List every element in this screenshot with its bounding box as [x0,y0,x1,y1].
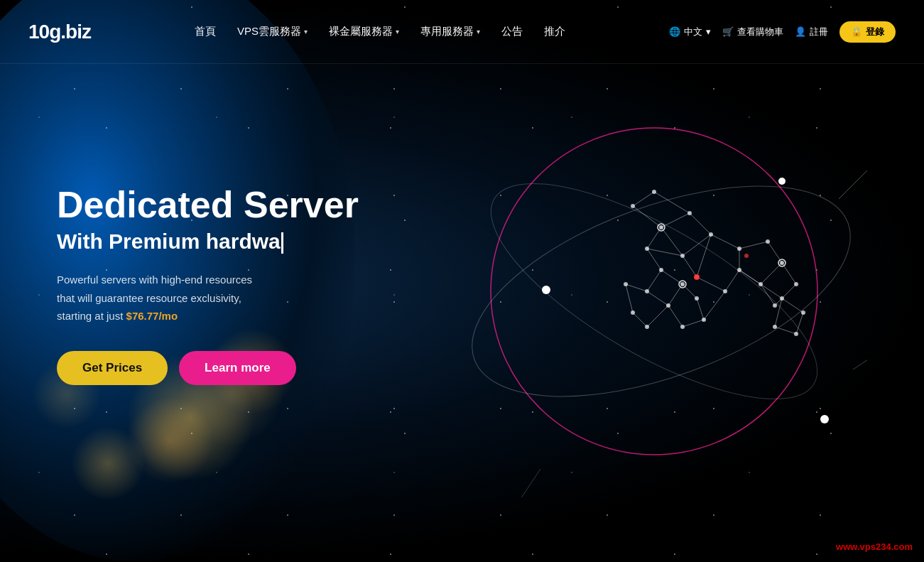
svg-point-79 [820,415,829,423]
login-label: 登錄 [866,26,884,38]
svg-line-40 [704,291,725,320]
globe-visualization [441,71,867,497]
hero-title: Dedicated Server [57,185,359,225]
cart-label: 查看購物車 [737,26,783,38]
svg-line-10 [633,192,654,206]
svg-point-58 [794,282,798,286]
learn-more-button[interactable]: Learn more [179,351,296,385]
nav-item-bare-metal[interactable]: 裸金屬服務器 ▾ [329,25,399,38]
svg-line-27 [647,291,668,306]
svg-point-67 [780,296,784,301]
get-prices-button[interactable]: Get Prices [57,351,168,385]
nav-item-dedicated[interactable]: 專用服務器 ▾ [420,25,480,38]
svg-point-74 [645,325,649,329]
svg-line-17 [761,263,782,284]
nav-dedicated-label: 專用服務器 [420,25,474,38]
navbar: 10g.biz 首頁 VPS雲服務器 ▾ 裸金屬服務器 ▾ 專用服務器 ▾ 公告… [0,0,924,64]
hero-desc-line1: Powerful servers with high-end resources [57,274,252,286]
nav-announcement-label: 公告 [501,25,523,38]
nav-referral-label: 推介 [544,25,565,38]
svg-line-7 [661,227,683,256]
cart-icon: 🛒 [722,26,734,37]
svg-line-14 [711,234,739,249]
hero-description: Powerful servers with high-end resources… [57,271,359,325]
hero-desc-line2: that will guarantee resource exclusivity… [57,292,241,304]
svg-point-56 [759,282,763,286]
svg-point-63 [645,289,649,293]
svg-line-41 [626,284,647,291]
svg-point-54 [766,239,770,244]
svg-line-35 [796,313,803,334]
user-icon: 👤 [795,26,806,37]
globe-icon: 🌐 [669,26,680,37]
svg-point-53 [737,247,741,251]
svg-line-34 [782,298,803,313]
svg-point-60 [659,268,663,272]
svg-line-31 [683,320,704,327]
nav-vps-label: VPS雲服務器 [237,25,301,38]
nav-item-vps[interactable]: VPS雲服務器 ▾ [237,25,308,38]
lock-icon: 🔒 [851,26,862,37]
lang-chevron: ▾ [706,26,711,37]
hero-content: Dedicated Server With Premium hardwa Pow… [57,185,359,385]
svg-point-50 [680,254,685,258]
svg-point-55 [780,261,784,265]
cursor [281,232,283,254]
hero-subtitle: With Premium hardwa [57,229,359,254]
svg-point-82 [744,254,749,258]
svg-line-29 [683,284,697,298]
language-label: 中文 [684,26,702,38]
hero-desc-line3: starting at just [57,310,126,322]
svg-point-62 [666,303,670,308]
svg-point-80 [778,178,786,185]
svg-line-32 [668,306,683,327]
svg-point-52 [645,247,649,251]
hero-price: $76.77/mo [126,310,178,322]
svg-line-36 [775,327,796,334]
svg-point-65 [702,318,706,322]
svg-line-15 [739,242,768,249]
svg-line-28 [647,270,661,291]
svg-line-3 [633,206,661,227]
svg-point-73 [631,310,635,315]
svg-point-61 [680,282,685,286]
svg-point-57 [737,268,741,272]
svg-line-39 [725,270,739,291]
svg-line-6 [683,234,711,256]
login-button[interactable]: 🔒 登錄 [839,21,896,43]
svg-line-13 [647,249,683,256]
svg-line-85 [853,341,867,369]
nav-home-label: 首頁 [195,25,216,38]
register-label: 註冊 [810,26,828,38]
nav-item-home[interactable]: 首頁 [195,25,216,38]
svg-line-84 [512,469,540,497]
svg-point-78 [542,286,550,294]
nav-dedicated-chevron: ▾ [477,28,480,36]
svg-line-20 [739,270,761,284]
cart-button[interactable]: 🛒 查看購物車 [722,26,783,38]
svg-line-4 [661,213,690,227]
svg-line-9 [697,234,711,277]
nav-right: 🌐 中文 ▾ 🛒 查看購物車 👤 註冊 🔒 登錄 [669,21,896,43]
svg-line-23 [761,284,775,306]
svg-line-42 [626,284,633,313]
svg-point-70 [773,325,777,329]
logo[interactable]: 10g.biz [28,21,91,43]
nav-bare-metal-chevron: ▾ [396,28,399,36]
language-selector[interactable]: 🌐 中文 ▾ [669,26,711,38]
nav-vps-chevron: ▾ [304,28,308,36]
nav-item-referral[interactable]: 推介 [544,25,565,38]
svg-point-47 [659,225,663,229]
svg-line-38 [697,277,725,291]
nav-bare-metal-label: 裸金屬服務器 [329,25,393,38]
svg-line-5 [690,213,711,234]
svg-point-72 [624,282,628,286]
hero-buttons: Get Prices Learn more [57,351,359,385]
nav-item-announcement[interactable]: 公告 [501,25,523,38]
svg-line-22 [775,284,796,306]
register-button[interactable]: 👤 註冊 [795,26,828,38]
svg-point-59 [773,303,777,308]
nav-main: 首頁 VPS雲服務器 ▾ 裸金屬服務器 ▾ 專用服務器 ▾ 公告 推介 [195,25,565,38]
svg-line-30 [697,298,704,320]
svg-point-46 [652,190,656,194]
